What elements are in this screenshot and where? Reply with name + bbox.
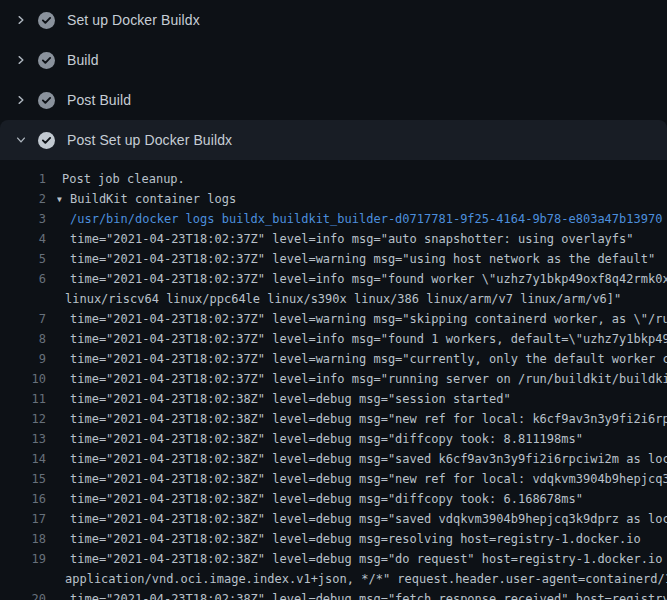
line-number[interactable]: 14: [0, 449, 46, 469]
log-line-text: time="2021-04-23T18:02:38Z" level=debug …: [70, 389, 667, 409]
log-line-text: time="2021-04-23T18:02:37Z" level=warnin…: [70, 249, 667, 269]
chevron-down-icon: [13, 132, 29, 148]
log-line-text: time="2021-04-23T18:02:38Z" level=debug …: [70, 489, 667, 509]
log-line: 18 time="2021-04-23T18:02:38Z" level=deb…: [0, 529, 667, 549]
log-line-text: time="2021-04-23T18:02:38Z" level=debug …: [70, 509, 667, 529]
log-line: 12 time="2021-04-23T18:02:38Z" level=deb…: [0, 409, 667, 429]
line-number[interactable]: 7: [0, 309, 46, 329]
log-group-header-text[interactable]: ▼BuildKit container logs: [57, 189, 667, 209]
log-line: 9 time="2021-04-23T18:02:37Z" level=warn…: [0, 349, 667, 369]
log-line-text: time="2021-04-23T18:02:37Z" level=info m…: [70, 329, 667, 349]
log-command-line: 3 /usr/bin/docker logs buildx_buildkit_b…: [0, 209, 667, 229]
line-number[interactable]: 9: [0, 349, 46, 369]
log-line-text: application/vnd.oci.image.index.v1+json,…: [65, 569, 667, 589]
log-group-header[interactable]: 2 ▼BuildKit container logs: [0, 189, 667, 209]
log-line: 17 time="2021-04-23T18:02:38Z" level=deb…: [0, 509, 667, 529]
log-line: 14 time="2021-04-23T18:02:38Z" level=deb…: [0, 449, 667, 469]
line-number[interactable]: 4: [0, 229, 46, 249]
log-line: 15 time="2021-04-23T18:02:38Z" level=deb…: [0, 469, 667, 489]
line-number[interactable]: 3: [0, 209, 46, 229]
step-row-post-build[interactable]: Post Build: [0, 80, 667, 120]
line-number[interactable]: 11: [0, 389, 46, 409]
log-command-text: /usr/bin/docker logs buildx_buildkit_bui…: [70, 209, 667, 229]
log-line: 8 time="2021-04-23T18:02:37Z" level=info…: [0, 329, 667, 349]
step-list: Set up Docker Buildx Build Post Build Po…: [0, 0, 667, 160]
step-row-set-up-docker-buildx[interactable]: Set up Docker Buildx: [0, 0, 667, 40]
log-line: 20 time="2021-04-23T18:02:38Z" level=deb…: [0, 589, 667, 600]
log-line-text: time="2021-04-23T18:02:38Z" level=debug …: [70, 549, 667, 569]
line-number[interactable]: 20: [0, 589, 46, 600]
chevron-right-icon: [13, 92, 29, 108]
line-number[interactable]: 1: [0, 169, 46, 189]
line-number[interactable]: 8: [0, 329, 46, 349]
line-number[interactable]: 13: [0, 429, 46, 449]
check-circle-icon: [37, 131, 55, 149]
log-line-text: time="2021-04-23T18:02:38Z" level=debug …: [70, 469, 667, 489]
log-line: 19 time="2021-04-23T18:02:38Z" level=deb…: [0, 549, 667, 569]
step-label: Post Set up Docker Buildx: [67, 132, 232, 148]
triangle-down-icon: ▼: [57, 190, 70, 209]
line-number[interactable]: 10: [0, 369, 46, 389]
line-number[interactable]: 19: [0, 549, 46, 569]
step-label: Build: [67, 52, 99, 68]
check-circle-icon: [37, 91, 55, 109]
check-circle-icon: [37, 51, 55, 69]
step-row-build[interactable]: Build: [0, 40, 667, 80]
check-circle-icon: [37, 11, 55, 29]
log-line-text: time="2021-04-23T18:02:38Z" level=debug …: [70, 429, 667, 449]
line-number[interactable]: 16: [0, 489, 46, 509]
log-line-text: time="2021-04-23T18:02:38Z" level=debug …: [70, 409, 667, 429]
line-number[interactable]: 17: [0, 509, 46, 529]
line-number[interactable]: 5: [0, 249, 46, 269]
step-label: Set up Docker Buildx: [67, 12, 200, 28]
log-line: 7 time="2021-04-23T18:02:37Z" level=warn…: [0, 309, 667, 329]
log-line: 5 time="2021-04-23T18:02:37Z" level=warn…: [0, 249, 667, 269]
log-group-label: BuildKit container logs: [70, 192, 236, 206]
log-line-text: time="2021-04-23T18:02:38Z" level=debug …: [70, 529, 667, 549]
log-line-wrap: linux/riscv64 linux/ppc64le linux/s390x …: [0, 289, 667, 309]
line-number[interactable]: 12: [0, 409, 46, 429]
log-line-text: Post job cleanup.: [62, 169, 667, 189]
log-line-text: time="2021-04-23T18:02:38Z" level=debug …: [70, 449, 667, 469]
log-line: 16 time="2021-04-23T18:02:38Z" level=deb…: [0, 489, 667, 509]
log-line: 4 time="2021-04-23T18:02:37Z" level=info…: [0, 229, 667, 249]
line-number: [0, 569, 46, 589]
log-line-wrap: application/vnd.oci.image.index.v1+json,…: [0, 569, 667, 589]
log-line-text: linux/riscv64 linux/ppc64le linux/s390x …: [65, 289, 667, 309]
line-number: [0, 289, 46, 309]
log-line: 10 time="2021-04-23T18:02:37Z" level=inf…: [0, 369, 667, 389]
log-line: 6 time="2021-04-23T18:02:37Z" level=info…: [0, 269, 667, 289]
log-panel: 1 Post job cleanup. 2 ▼BuildKit containe…: [0, 169, 667, 600]
log-line-text: time="2021-04-23T18:02:37Z" level=warnin…: [70, 309, 667, 329]
log-line-text: time="2021-04-23T18:02:37Z" level=info m…: [70, 229, 667, 249]
log-line-text: time="2021-04-23T18:02:37Z" level=info m…: [70, 369, 667, 389]
line-number[interactable]: 18: [0, 529, 46, 549]
step-label: Post Build: [67, 92, 131, 108]
step-row-post-set-up-docker-buildx[interactable]: Post Set up Docker Buildx: [0, 120, 667, 160]
line-number[interactable]: 2: [0, 189, 46, 209]
log-line: 13 time="2021-04-23T18:02:38Z" level=deb…: [0, 429, 667, 449]
log-line: 11 time="2021-04-23T18:02:38Z" level=deb…: [0, 389, 667, 409]
chevron-right-icon: [13, 12, 29, 28]
log-line-text: time="2021-04-23T18:02:37Z" level=info m…: [70, 269, 667, 289]
log-line-text: time="2021-04-23T18:02:37Z" level=warnin…: [70, 349, 667, 369]
log-line: 1 Post job cleanup.: [0, 169, 667, 189]
chevron-right-icon: [13, 52, 29, 68]
line-number[interactable]: 15: [0, 469, 46, 489]
line-number[interactable]: 6: [0, 269, 46, 289]
log-line-text: time="2021-04-23T18:02:38Z" level=debug …: [70, 589, 667, 600]
